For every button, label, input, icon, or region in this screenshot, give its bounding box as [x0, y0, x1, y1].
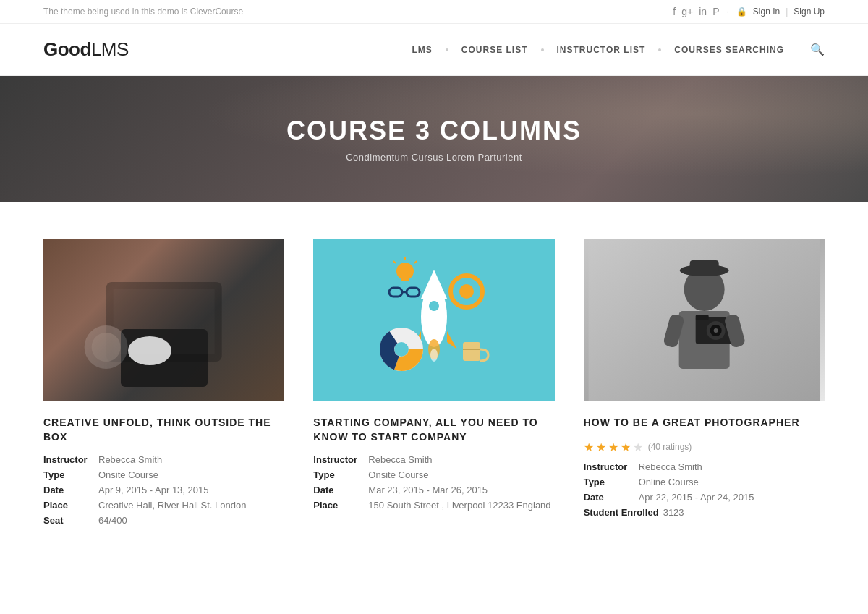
date-label-2: Date	[313, 485, 364, 495]
type-label-3: Type	[584, 477, 634, 487]
nav-course-list[interactable]: Course List	[448, 45, 541, 55]
course-title-1[interactable]: Creative Unfold, Think Outside The Box	[43, 416, 284, 444]
date-value-3: Apr 22, 2015 - Apr 24, 2015	[639, 492, 754, 503]
course-title-3[interactable]: How To Be A Great Photographer	[584, 416, 825, 430]
star-2: ★	[596, 440, 606, 454]
enrolled-value-3: 3123	[663, 507, 684, 518]
date-row-3: Date Apr 22, 2015 - Apr 24, 2015	[584, 492, 825, 503]
linkedin-icon[interactable]: in	[699, 6, 707, 17]
place-value-2: 150 South Street , Liverpool 12233 Engla…	[368, 500, 550, 511]
pipe-divider: |	[786, 7, 788, 17]
hero-subtitle: Condimentum Cursus Lorem Parturient	[286, 152, 582, 163]
facebook-icon[interactable]: f	[673, 6, 676, 17]
svg-rect-29	[689, 260, 718, 273]
instructor-row-1: Instructor Rebecca Smith	[43, 454, 284, 465]
course-info-2: Starting Company, All You Need To Know T…	[313, 401, 554, 511]
star-3: ★	[608, 440, 618, 454]
signin-link[interactable]: Sign In	[753, 7, 780, 17]
svg-rect-22	[401, 278, 409, 281]
logo-light: LMS	[91, 38, 129, 60]
seat-row-1: Seat 64/400	[43, 515, 284, 526]
course-image-1[interactable]	[43, 239, 284, 401]
svg-point-34	[713, 328, 718, 333]
course-meta-3: Instructor Rebecca Smith Type Online Cou…	[584, 461, 825, 518]
course-3-illustration	[584, 239, 825, 401]
signup-link[interactable]: Sign Up	[793, 7, 825, 17]
logo[interactable]: GoodLMS	[43, 38, 129, 61]
svg-marker-10	[447, 331, 457, 349]
type-value-3: Online Course	[639, 477, 699, 487]
type-value-2: Onsite Course	[368, 469, 428, 480]
star-1: ★	[584, 440, 594, 454]
course-stars-3: ★ ★ ★ ★ ★ (40 ratings)	[584, 440, 825, 454]
svg-rect-16	[389, 288, 402, 297]
svg-line-25	[393, 261, 396, 263]
course-card-1: Creative Unfold, Think Outside The Box I…	[43, 239, 284, 526]
lock-icon: 🔒	[736, 7, 747, 17]
main-nav: LMS Course List Instructor List Courses …	[399, 43, 825, 56]
course-image-2[interactable]	[313, 239, 554, 401]
ratings-count: (40 ratings)	[648, 442, 692, 452]
instructor-label-3: Instructor	[584, 461, 634, 472]
svg-point-5	[459, 284, 474, 299]
type-value-1: Onsite Course	[98, 469, 158, 480]
type-label-2: Type	[313, 469, 364, 480]
nav-instructor-list[interactable]: Instructor List	[544, 45, 659, 55]
place-row-2: Place 150 South Street , Liverpool 12233…	[313, 500, 554, 511]
course-meta-1: Instructor Rebecca Smith Type Onsite Cou…	[43, 454, 284, 526]
enrolled-row-3: Student Enrolled 3123	[584, 507, 825, 518]
seat-label-1: Seat	[43, 515, 94, 526]
course-info-3: How To Be A Great Photographer ★ ★ ★ ★ ★…	[584, 401, 825, 518]
star-5: ★	[633, 440, 643, 454]
type-label-1: Type	[43, 469, 94, 480]
svg-rect-19	[463, 342, 480, 361]
place-value-1: Creative Hall, River Hall St. London	[98, 500, 246, 511]
course-card-3: How To Be A Great Photographer ★ ★ ★ ★ ★…	[584, 239, 825, 526]
svg-rect-1	[114, 289, 215, 354]
instructor-label-1: Instructor	[43, 454, 94, 465]
instructor-row-3: Instructor Rebecca Smith	[584, 461, 825, 472]
top-bar-right: f g+ in P · 🔒 Sign In | Sign Up	[673, 6, 825, 17]
date-value-1: Apr 9, 2015 - Apr 13, 2015	[98, 485, 209, 495]
search-icon[interactable]: 🔍	[810, 43, 825, 56]
svg-point-3	[92, 333, 121, 362]
header: GoodLMS LMS Course List Instructor List …	[0, 24, 868, 76]
auth-links: 🔒 Sign In | Sign Up	[736, 7, 825, 17]
instructor-value-3: Rebecca Smith	[639, 461, 702, 472]
tagline: The theme being used in this demo is Cle…	[43, 7, 243, 17]
date-row-2: Date Mar 23, 2015 - Mar 26, 2015	[313, 485, 554, 495]
place-label-1: Place	[43, 500, 94, 511]
pinterest-icon[interactable]: P	[712, 6, 719, 17]
svg-line-24	[414, 261, 417, 263]
star-4: ★	[621, 440, 631, 454]
instructor-value-2: Rebecca Smith	[368, 454, 432, 465]
hero-banner: Course 3 Columns Condimentum Cursus Lore…	[0, 76, 868, 202]
svg-rect-17	[407, 288, 420, 297]
nav-lms[interactable]: LMS	[399, 45, 446, 55]
course-card-2: Starting Company, All You Need To Know T…	[313, 239, 554, 526]
date-label-1: Date	[43, 485, 94, 495]
date-row-1: Date Apr 9, 2015 - Apr 13, 2015	[43, 485, 284, 495]
course-title-2[interactable]: Starting Company, All You Need To Know T…	[313, 416, 554, 444]
svg-point-12	[430, 349, 438, 362]
hero-title: Course 3 Columns	[286, 116, 582, 146]
svg-point-8	[428, 300, 440, 312]
nav-courses-searching[interactable]: Courses Searching	[661, 45, 797, 55]
type-row-3: Type Online Course	[584, 477, 825, 487]
course-info-1: Creative Unfold, Think Outside The Box I…	[43, 401, 284, 526]
type-row-2: Type Onsite Course	[313, 469, 554, 480]
instructor-row-2: Instructor Rebecca Smith	[313, 454, 554, 465]
type-row-1: Type Onsite Course	[43, 469, 284, 480]
date-label-3: Date	[584, 492, 634, 503]
hero-content: Course 3 Columns Condimentum Cursus Lore…	[286, 116, 582, 163]
divider: ·	[726, 7, 728, 17]
logo-bold: Good	[43, 38, 91, 60]
course-image-3[interactable]	[584, 239, 825, 401]
courses-section: Creative Unfold, Think Outside The Box I…	[0, 202, 868, 569]
instructor-label-2: Instructor	[313, 454, 364, 465]
course-2-illustration	[362, 248, 506, 393]
place-label-2: Place	[313, 500, 364, 511]
svg-point-21	[396, 263, 414, 280]
googleplus-icon[interactable]: g+	[681, 6, 693, 17]
enrolled-label-3: Student Enrolled	[584, 507, 659, 518]
